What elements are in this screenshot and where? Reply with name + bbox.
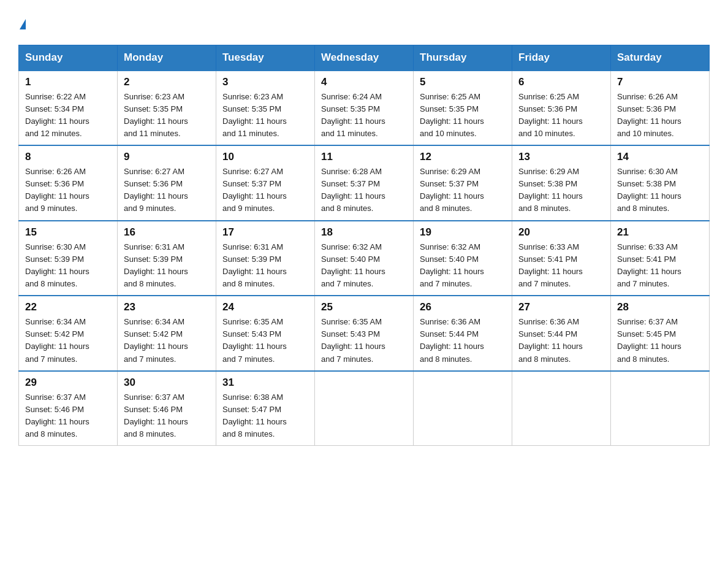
day-info: Sunrise: 6:32 AMSunset: 5:40 PMDaylight:… <box>420 242 484 288</box>
calendar-cell: 3Sunrise: 6:23 AMSunset: 5:35 PMDaylight… <box>216 71 315 146</box>
calendar-cell: 21Sunrise: 6:33 AMSunset: 5:41 PMDayligh… <box>611 221 710 296</box>
day-number: 22 <box>25 301 111 313</box>
calendar-cell <box>315 371 414 446</box>
day-info: Sunrise: 6:23 AMSunset: 5:35 PMDaylight:… <box>222 92 287 138</box>
calendar-cell: 31Sunrise: 6:38 AMSunset: 5:47 PMDayligh… <box>216 371 315 446</box>
day-info: Sunrise: 6:26 AMSunset: 5:36 PMDaylight:… <box>617 92 681 138</box>
day-number: 30 <box>124 377 210 389</box>
day-info: Sunrise: 6:22 AMSunset: 5:34 PMDaylight:… <box>25 92 89 138</box>
day-number: 18 <box>321 226 407 239</box>
week-row-3: 15Sunrise: 6:30 AMSunset: 5:39 PMDayligh… <box>19 221 710 296</box>
day-number: 3 <box>222 76 308 88</box>
day-info: Sunrise: 6:24 AMSunset: 5:35 PMDaylight:… <box>321 92 385 138</box>
calendar-cell: 26Sunrise: 6:36 AMSunset: 5:44 PMDayligh… <box>414 296 512 371</box>
day-info: Sunrise: 6:28 AMSunset: 5:37 PMDaylight:… <box>321 167 385 213</box>
week-row-5: 29Sunrise: 6:37 AMSunset: 5:46 PMDayligh… <box>19 371 710 446</box>
day-number: 21 <box>617 226 703 239</box>
day-number: 9 <box>124 151 210 163</box>
day-info: Sunrise: 6:29 AMSunset: 5:38 PMDaylight:… <box>518 167 583 213</box>
calendar-cell: 2Sunrise: 6:23 AMSunset: 5:35 PMDaylight… <box>118 71 216 146</box>
header-thursday: Thursday <box>414 45 512 71</box>
calendar-cell: 9Sunrise: 6:27 AMSunset: 5:36 PMDaylight… <box>118 145 216 221</box>
day-info: Sunrise: 6:37 AMSunset: 5:45 PMDaylight:… <box>617 317 681 363</box>
day-info: Sunrise: 6:37 AMSunset: 5:46 PMDaylight:… <box>124 393 188 439</box>
day-info: Sunrise: 6:30 AMSunset: 5:39 PMDaylight:… <box>25 242 89 288</box>
day-number: 16 <box>124 226 210 239</box>
day-info: Sunrise: 6:32 AMSunset: 5:40 PMDaylight:… <box>321 242 385 288</box>
header-monday: Monday <box>118 45 216 71</box>
calendar-cell: 12Sunrise: 6:29 AMSunset: 5:37 PMDayligh… <box>414 145 512 221</box>
logo <box>18 12 26 34</box>
calendar-cell: 30Sunrise: 6:37 AMSunset: 5:46 PMDayligh… <box>118 371 216 446</box>
day-info: Sunrise: 6:29 AMSunset: 5:37 PMDaylight:… <box>420 167 484 213</box>
day-info: Sunrise: 6:27 AMSunset: 5:37 PMDaylight:… <box>222 167 287 213</box>
logo-triangle-icon <box>20 19 26 29</box>
calendar-cell: 8Sunrise: 6:26 AMSunset: 5:36 PMDaylight… <box>19 145 118 221</box>
day-info: Sunrise: 6:31 AMSunset: 5:39 PMDaylight:… <box>222 242 287 288</box>
calendar-cell: 13Sunrise: 6:29 AMSunset: 5:38 PMDayligh… <box>512 145 611 221</box>
day-number: 1 <box>25 76 111 88</box>
calendar-cell: 5Sunrise: 6:25 AMSunset: 5:35 PMDaylight… <box>414 71 512 146</box>
week-row-2: 8Sunrise: 6:26 AMSunset: 5:36 PMDaylight… <box>19 145 710 221</box>
day-number: 11 <box>321 151 407 163</box>
calendar-cell: 29Sunrise: 6:37 AMSunset: 5:46 PMDayligh… <box>19 371 118 446</box>
day-number: 14 <box>617 151 703 163</box>
calendar-cell: 15Sunrise: 6:30 AMSunset: 5:39 PMDayligh… <box>19 221 118 296</box>
day-number: 5 <box>420 76 506 88</box>
calendar-cell: 20Sunrise: 6:33 AMSunset: 5:41 PMDayligh… <box>512 221 611 296</box>
day-number: 17 <box>222 226 308 239</box>
calendar-cell: 23Sunrise: 6:34 AMSunset: 5:42 PMDayligh… <box>118 296 216 371</box>
calendar-header: SundayMondayTuesdayWednesdayThursdayFrid… <box>19 45 710 71</box>
days-of-week-row: SundayMondayTuesdayWednesdayThursdayFrid… <box>19 45 710 71</box>
day-number: 13 <box>518 151 604 163</box>
day-info: Sunrise: 6:36 AMSunset: 5:44 PMDaylight:… <box>420 317 484 363</box>
calendar-cell: 16Sunrise: 6:31 AMSunset: 5:39 PMDayligh… <box>118 221 216 296</box>
header-friday: Friday <box>512 45 611 71</box>
day-number: 2 <box>124 76 210 88</box>
day-number: 15 <box>25 226 111 239</box>
day-number: 19 <box>420 226 506 239</box>
week-row-1: 1Sunrise: 6:22 AMSunset: 5:34 PMDaylight… <box>19 71 710 146</box>
calendar-cell: 18Sunrise: 6:32 AMSunset: 5:40 PMDayligh… <box>315 221 414 296</box>
day-info: Sunrise: 6:23 AMSunset: 5:35 PMDaylight:… <box>124 92 188 138</box>
day-info: Sunrise: 6:38 AMSunset: 5:47 PMDaylight:… <box>222 393 287 439</box>
header-sunday: Sunday <box>19 45 118 71</box>
calendar-cell: 25Sunrise: 6:35 AMSunset: 5:43 PMDayligh… <box>315 296 414 371</box>
day-info: Sunrise: 6:33 AMSunset: 5:41 PMDaylight:… <box>518 242 583 288</box>
calendar-cell: 17Sunrise: 6:31 AMSunset: 5:39 PMDayligh… <box>216 221 315 296</box>
day-info: Sunrise: 6:35 AMSunset: 5:43 PMDaylight:… <box>321 317 385 363</box>
day-info: Sunrise: 6:35 AMSunset: 5:43 PMDaylight:… <box>222 317 287 363</box>
day-number: 10 <box>222 151 308 163</box>
calendar-cell: 19Sunrise: 6:32 AMSunset: 5:40 PMDayligh… <box>414 221 512 296</box>
calendar-cell: 6Sunrise: 6:25 AMSunset: 5:36 PMDaylight… <box>512 71 611 146</box>
day-info: Sunrise: 6:37 AMSunset: 5:46 PMDaylight:… <box>25 393 89 439</box>
calendar-cell <box>512 371 611 446</box>
day-number: 4 <box>321 76 407 88</box>
calendar-cell: 4Sunrise: 6:24 AMSunset: 5:35 PMDaylight… <box>315 71 414 146</box>
header-tuesday: Tuesday <box>216 45 315 71</box>
day-info: Sunrise: 6:34 AMSunset: 5:42 PMDaylight:… <box>25 317 89 363</box>
calendar-cell: 24Sunrise: 6:35 AMSunset: 5:43 PMDayligh… <box>216 296 315 371</box>
calendar-cell <box>414 371 512 446</box>
day-number: 24 <box>222 301 308 313</box>
day-info: Sunrise: 6:25 AMSunset: 5:36 PMDaylight:… <box>518 92 583 138</box>
day-info: Sunrise: 6:26 AMSunset: 5:36 PMDaylight:… <box>25 167 89 213</box>
calendar-cell: 1Sunrise: 6:22 AMSunset: 5:34 PMDaylight… <box>19 71 118 146</box>
day-number: 12 <box>420 151 506 163</box>
header-saturday: Saturday <box>611 45 710 71</box>
calendar-cell: 27Sunrise: 6:36 AMSunset: 5:44 PMDayligh… <box>512 296 611 371</box>
day-number: 23 <box>124 301 210 313</box>
calendar-cell: 10Sunrise: 6:27 AMSunset: 5:37 PMDayligh… <box>216 145 315 221</box>
calendar-body: 1Sunrise: 6:22 AMSunset: 5:34 PMDaylight… <box>19 71 710 446</box>
day-number: 31 <box>222 377 308 389</box>
day-info: Sunrise: 6:30 AMSunset: 5:38 PMDaylight:… <box>617 167 681 213</box>
page-header <box>18 12 710 34</box>
day-number: 20 <box>518 226 604 239</box>
day-number: 7 <box>617 76 703 88</box>
header-wednesday: Wednesday <box>315 45 414 71</box>
calendar-cell: 28Sunrise: 6:37 AMSunset: 5:45 PMDayligh… <box>611 296 710 371</box>
day-number: 25 <box>321 301 407 313</box>
day-info: Sunrise: 6:33 AMSunset: 5:41 PMDaylight:… <box>617 242 681 288</box>
day-number: 6 <box>518 76 604 88</box>
calendar-cell: 7Sunrise: 6:26 AMSunset: 5:36 PMDaylight… <box>611 71 710 146</box>
